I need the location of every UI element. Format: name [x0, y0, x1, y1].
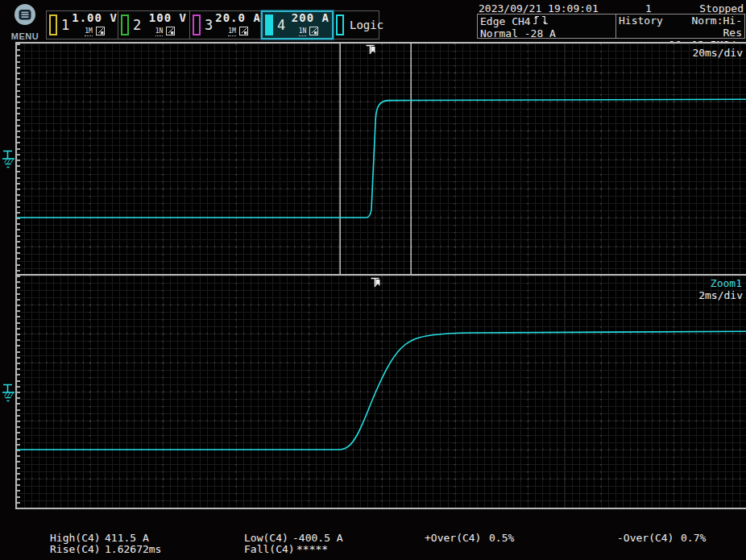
measurement-low-value: -400.5 A	[292, 532, 343, 544]
channel-4-box[interactable]: 4 200 A 1N	[261, 10, 334, 39]
trigger-position-icon[interactable]	[370, 277, 382, 292]
channel-1-color-bar	[49, 15, 57, 35]
zoom-cursor-right[interactable]	[411, 44, 412, 276]
zoom-waveform-window: Zoom1 2ms/div	[15, 274, 746, 509]
trigger-position-icon[interactable]	[365, 44, 377, 60]
measurement-fall-value: *****	[296, 543, 328, 555]
zoom-window-title[interactable]: Zoom1	[711, 277, 742, 289]
main-timebase-label[interactable]: 20ms/div	[692, 47, 743, 59]
channel-2-color-bar	[121, 15, 129, 35]
channel-3-color-bar	[193, 15, 201, 35]
channel-2-coupling-icon: 1N	[155, 27, 164, 36]
channel-4-coupling-icon: 1N	[299, 27, 307, 36]
measurement-minus-over-value: 0.7%	[681, 532, 706, 544]
ch4-ground-level-icon[interactable]	[2, 382, 15, 407]
measurement-high-label: High(C4)	[50, 532, 101, 544]
falling-edge-icon	[541, 15, 549, 27]
channel-3-number: 3	[205, 17, 213, 33]
channel-1-box[interactable]: 1 1.00 V 1M	[46, 10, 118, 39]
menu-button[interactable]: MENU	[10, 3, 39, 40]
channel-3-scale: 20.0 A	[215, 12, 261, 23]
history-label: History	[619, 15, 686, 39]
trigger-setting: Normal -28 A	[480, 27, 613, 39]
channel-1-scale: 1.00 V	[72, 12, 118, 23]
menu-button-label: MENU	[10, 31, 39, 41]
channel-4-number: 4	[277, 17, 285, 33]
oscilloscope-screen: MENU 1 1.00 V 1M 2 100 V 1N	[0, 0, 746, 560]
channel-2-number: 2	[133, 17, 141, 33]
zoom-cursor-left[interactable]	[340, 44, 341, 276]
channel-1-number: 1	[61, 17, 69, 33]
measurement-minus-over-label: -Over(C4)	[617, 532, 673, 544]
logic-color-bar	[336, 15, 344, 35]
main-waveform-window: 20ms/div	[15, 42, 746, 276]
channel-1-coupling-icon: 1M	[85, 27, 93, 36]
logic-label: Logic	[350, 19, 383, 31]
channel-2-box[interactable]: 2 100 V 1N	[118, 10, 190, 39]
probe-icon	[166, 25, 175, 38]
measurement-rise-value: 1.62672ms	[105, 543, 161, 555]
measurement-rise-label: Rise(C4)	[50, 543, 101, 555]
trigger-mode: Edge CH4	[480, 15, 531, 27]
acquisition-mode: Norm:Hi-Res	[686, 15, 742, 39]
channel-bar: 1 1.00 V 1M 2 100 V 1N 3	[46, 10, 379, 39]
measurement-plus-over-value: 0.5%	[489, 532, 514, 544]
acquisition-info[interactable]: History Norm:Hi-Res 10 12.5MS/s	[616, 15, 744, 38]
status-info-box: Edge CH4 Normal -28 A History Norm:Hi-Re…	[477, 14, 745, 39]
measurement-fall-label: Fall(C4)	[244, 543, 295, 555]
channel-3-coupling-icon: 1M	[228, 27, 236, 36]
rising-edge-icon	[533, 15, 540, 27]
probe-icon	[96, 25, 105, 38]
probe-icon	[309, 25, 318, 38]
main-waveform-plot	[17, 44, 746, 276]
ch4-ground-level-icon[interactable]	[2, 148, 15, 173]
measurement-plus-over-label: +Over(C4)	[425, 532, 481, 544]
channel-4-scale: 200 A	[292, 12, 329, 23]
sequence-number: 1	[645, 2, 652, 15]
channel-2-scale: 100 V	[149, 12, 187, 23]
measurement-high-value: 411.5 A	[105, 532, 149, 544]
probe-icon	[239, 25, 248, 38]
zoom-waveform-plot	[17, 276, 746, 508]
run-state[interactable]: Stopped	[699, 2, 744, 15]
channel-4-color-bar	[265, 15, 273, 35]
logic-box[interactable]: Logic	[333, 10, 379, 39]
channel-3-box[interactable]: 3 20.0 A 1M	[189, 10, 262, 39]
measurement-low-label: Low(C4)	[244, 532, 288, 544]
trigger-info[interactable]: Edge CH4 Normal -28 A	[478, 15, 616, 38]
zoom-timebase-label[interactable]: 2ms/div	[698, 289, 743, 301]
menu-icon	[13, 15, 37, 31]
datetime: 2023/09/21 19:09:01	[479, 2, 599, 15]
